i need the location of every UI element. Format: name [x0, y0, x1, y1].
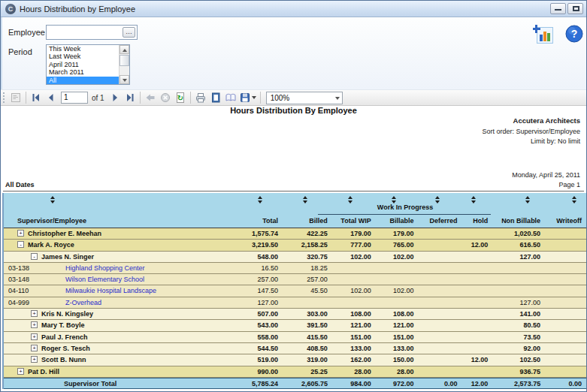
project-link[interactable]: Milwaukie Hospital Landscape	[65, 287, 156, 294]
cell-billed: 2,158.25	[283, 240, 332, 250]
col-total: Total	[228, 216, 283, 228]
expand-toggle-icon[interactable]: +	[31, 321, 38, 328]
cell-hold	[461, 297, 492, 308]
cell-writeoff	[545, 354, 586, 365]
cell-billable	[376, 263, 419, 273]
cell-billable: 179.00	[376, 228, 419, 239]
cell-total_wip	[332, 274, 376, 285]
period-option[interactable]: Last Week	[47, 53, 119, 60]
cell-deferred	[419, 320, 462, 330]
employee-input[interactable]	[48, 27, 122, 38]
period-option[interactable]: This Week	[47, 45, 119, 53]
first-page-button[interactable]	[29, 91, 44, 104]
refresh-icon: ↻	[174, 92, 186, 104]
cell-hold: 12.00	[461, 240, 492, 250]
cell-billable: 108.00	[376, 309, 419, 319]
next-page-button[interactable]	[107, 91, 123, 104]
minimize-button[interactable]	[550, 3, 566, 14]
scroll-down-icon[interactable]	[120, 75, 129, 84]
print-layout-button[interactable]	[208, 91, 223, 104]
period-option[interactable]: March 2011	[47, 68, 119, 76]
project-link[interactable]: Wilson Elementary School	[65, 276, 144, 283]
cell-deferred	[419, 366, 462, 377]
zoom-combobox[interactable]: 100%	[266, 92, 343, 104]
printer-icon	[195, 92, 207, 104]
cell-total: 990.00	[228, 366, 283, 377]
expand-toggle-icon[interactable]: +	[17, 368, 24, 375]
cell-hold	[461, 366, 492, 377]
scroll-thumb[interactable]	[120, 55, 129, 66]
row-name: Scott B. Nunn	[41, 356, 86, 363]
cell-total: 543.00	[228, 320, 283, 330]
cell-total_wip	[332, 297, 376, 308]
last-page-button[interactable]	[123, 91, 138, 104]
page-number-input[interactable]: 1	[61, 92, 88, 104]
collapse-toggle-icon[interactable]: -	[17, 241, 24, 248]
expand-toggle-icon[interactable]: +	[31, 333, 38, 340]
cell-total: 127.00	[228, 297, 283, 308]
project-link[interactable]: Z-Overhead	[65, 299, 101, 306]
cell-name: 04-110Milwaukie Hospital Landscape	[4, 285, 228, 296]
period-option[interactable]: All	[47, 77, 119, 84]
export-dropdown-icon	[252, 96, 256, 99]
period-scrollbar[interactable]	[119, 45, 129, 84]
period-option[interactable]: April 2011	[47, 61, 119, 68]
stop-button[interactable]	[158, 91, 173, 104]
project-link[interactable]: Highland Shopping Center	[65, 264, 145, 272]
cell-total_wip: 102.00	[332, 285, 376, 296]
cell-billable: 28.00	[376, 366, 419, 377]
cell-total: 16.50	[228, 263, 283, 273]
company-name: Accutera Architects	[513, 116, 580, 125]
toolbar-grip[interactable]	[3, 92, 6, 103]
export-button[interactable]	[238, 91, 258, 104]
help-button[interactable]: ?	[565, 25, 583, 46]
print-button[interactable]	[193, 91, 208, 104]
document-map-button[interactable]	[8, 91, 23, 104]
cell-writeoff	[545, 366, 586, 377]
sort-arrows-icon[interactable]	[525, 196, 531, 204]
next-page-icon	[109, 92, 121, 104]
wip-group-header: Work In Progress	[319, 204, 491, 211]
table-row: +Christopher E. Meehan1,575.74422.25179.…	[4, 228, 586, 240]
back-button[interactable]	[143, 91, 158, 104]
cell-deferred	[419, 263, 462, 273]
collapse-toggle-icon[interactable]: -	[31, 253, 38, 260]
table-row: -James N. Singer548.00320.75102.00102.00…	[4, 252, 586, 263]
refresh-button[interactable]: ↻	[173, 91, 188, 104]
cell-hold: 12.00	[461, 378, 492, 389]
expand-toggle-icon[interactable]: +	[31, 345, 38, 351]
scroll-up-icon[interactable]	[120, 45, 129, 54]
sort-arrows-icon[interactable]	[50, 196, 56, 204]
expand-toggle-icon[interactable]: +	[17, 230, 24, 237]
previous-page-icon	[45, 92, 57, 104]
cell-total_wip	[332, 263, 376, 273]
sort-arrows-icon[interactable]	[303, 196, 308, 204]
project-code: 03-138	[4, 263, 65, 273]
col-writeoff: Writeoff	[545, 216, 586, 228]
period-options: This WeekLast WeekApril 2011March 2011Al…	[47, 45, 119, 84]
divider	[3, 191, 584, 191]
cell-name: +Christopher E. Meehan	[4, 228, 228, 239]
cell-hold	[461, 320, 492, 330]
cell-total: 519.00	[228, 354, 283, 365]
cell-hold	[461, 285, 492, 296]
table-row: 03-138Highland Shopping Center16.5018.25	[4, 263, 586, 274]
cell-non_billable: 141.00	[492, 309, 545, 319]
col-billable: Billable	[376, 216, 419, 228]
maximize-button[interactable]	[567, 3, 583, 14]
cell-total_wip: 102.00	[332, 252, 376, 262]
sort-arrows-icon[interactable]	[258, 196, 263, 204]
cell-billed: 25.25	[283, 366, 332, 377]
employee-field-wrap: …	[46, 25, 138, 40]
cell-billed: 2,605.75	[283, 378, 332, 389]
expand-toggle-icon[interactable]: +	[31, 356, 38, 363]
chart-button[interactable]	[533, 25, 554, 47]
previous-page-button[interactable]	[44, 91, 59, 104]
cell-deferred	[419, 297, 462, 308]
expand-toggle-icon[interactable]: +	[31, 310, 38, 317]
sort-arrows-icon[interactable]	[572, 196, 577, 204]
employee-browse-button[interactable]: …	[123, 27, 135, 38]
page-setup-button[interactable]	[223, 91, 238, 104]
print-layout-icon	[210, 92, 222, 104]
cell-name: 03-138Highland Shopping Center	[4, 263, 228, 273]
